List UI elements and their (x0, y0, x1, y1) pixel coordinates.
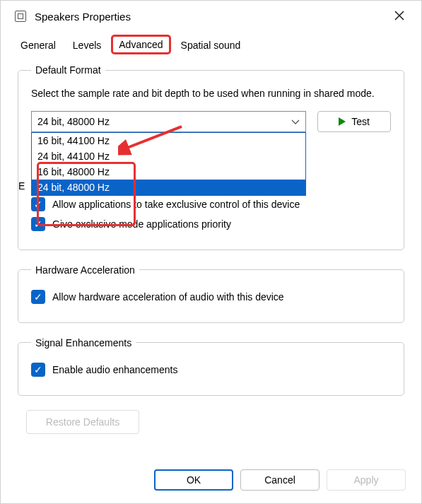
label-exclusive-priority: Give exclusive mode applications priorit… (52, 218, 231, 230)
chevron-down-icon (291, 116, 300, 127)
panel-advanced: Default Format Select the sample rate an… (1, 54, 421, 447)
format-option-1[interactable]: 24 bit, 44100 Hz (32, 148, 305, 164)
checkbox-hw-accel[interactable]: ✓ (31, 290, 45, 304)
format-option-3[interactable]: 24 bit, 48000 Hz (32, 180, 305, 195)
check-icon: ✓ (34, 219, 42, 229)
checkbox-exclusive-priority[interactable]: ✓ (31, 217, 45, 231)
group-default-format: Default Format Select the sample rate an… (18, 64, 404, 250)
group-hardware-acceleration: Hardware Acceleration ✓ Allow hardware a… (18, 264, 404, 323)
label-hw-accel: Allow hardware acceleration of audio wit… (52, 291, 284, 303)
label-exclusive-control: Allow applications to take exclusive con… (52, 199, 300, 210)
group-signal-enhancements: Signal Enhancements ✓ Enable audio enhan… (18, 337, 404, 396)
close-button[interactable] (387, 5, 411, 28)
dialog-footer: OK Cancel Apply (154, 469, 406, 491)
format-option-0[interactable]: 16 bit, 44100 Hz (32, 133, 305, 148)
ok-button[interactable]: OK (154, 469, 233, 491)
tab-spatial-sound[interactable]: Spatial sound (174, 36, 248, 54)
restore-defaults-button[interactable]: Restore Defaults (26, 410, 139, 434)
titlebar: Speakers Properties (1, 1, 421, 32)
check-icon: ✓ (34, 199, 42, 209)
format-option-2[interactable]: 16 bit, 48000 Hz (32, 164, 305, 180)
check-icon: ✓ (34, 365, 42, 375)
play-icon (339, 117, 346, 126)
checkbox-signal-enhance[interactable]: ✓ (31, 363, 45, 377)
test-button-label: Test (351, 116, 370, 127)
format-select[interactable]: 24 bit, 48000 Hz (31, 111, 306, 132)
tab-general[interactable]: General (13, 36, 63, 54)
test-button[interactable]: Test (317, 111, 391, 132)
tabs: General Levels Advanced Spatial sound (1, 32, 421, 54)
format-dropdown: 16 bit, 44100 Hz 24 bit, 44100 Hz 16 bit… (31, 132, 306, 196)
cancel-button[interactable]: Cancel (240, 469, 320, 491)
tab-advanced[interactable]: Advanced (111, 35, 170, 54)
checkbox-exclusive-control[interactable]: ✓ (31, 197, 45, 211)
speaker-icon (15, 11, 26, 22)
legend-default-format: Default Format (31, 64, 105, 76)
apply-button: Apply (327, 469, 406, 491)
tab-levels[interactable]: Levels (66, 36, 108, 54)
format-select-value: 24 bit, 48000 Hz (37, 116, 110, 127)
label-signal-enhance: Enable audio enhancements (52, 364, 177, 375)
window-title: Speakers Properties (35, 11, 379, 23)
legend-hardware-acceleration: Hardware Acceleration (31, 264, 139, 276)
legend-signal-enhancements: Signal Enhancements (31, 337, 136, 348)
properties-window: Speakers Properties General Levels Advan… (0, 0, 422, 504)
check-icon: ✓ (34, 292, 42, 302)
default-format-desc: Select the sample rate and bit depth to … (31, 87, 391, 101)
close-icon (394, 11, 404, 20)
